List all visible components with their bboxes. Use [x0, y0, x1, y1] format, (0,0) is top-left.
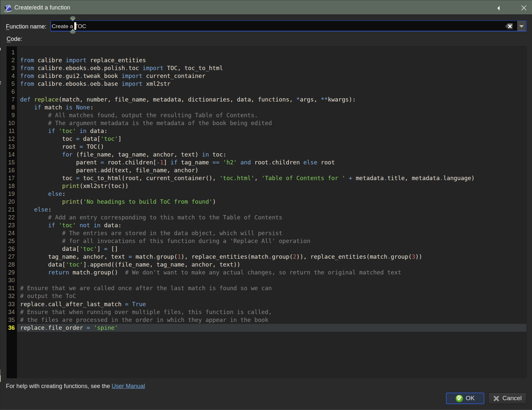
code-segment: metadata: [352, 175, 384, 181]
code-text: else:: [17, 190, 526, 198]
code-segment: data:: [100, 222, 121, 229]
line-number: 5: [7, 80, 17, 88]
code-line[interactable]: 2from calibre import replace_entities: [7, 56, 526, 64]
help-prefix: For help with creating functions, see th…: [6, 383, 112, 390]
code-line[interactable]: 30: [7, 276, 526, 284]
code-text: def replace(match, number, file_name, me…: [17, 96, 526, 103]
code-text: root = TOC(): [17, 143, 526, 151]
code-line[interactable]: 10 # The argument metadata is the metada…: [7, 119, 526, 127]
code-segment: replace: [20, 301, 45, 308]
code-lines[interactable]: 12from calibre import replace_entities3f…: [7, 48, 526, 332]
code-segment: .: [87, 81, 90, 87]
code-line[interactable]: 32# output the ToC: [7, 292, 526, 300]
code-segment: print: [62, 183, 80, 189]
code-segment: 'h2': [223, 159, 237, 166]
code-segment: =: [87, 325, 90, 331]
code-line[interactable]: 22 # Add an entry corresponding to this …: [7, 214, 526, 221]
code-segment: children: [272, 159, 303, 166]
function-name-input[interactable]: [50, 20, 527, 31]
user-manual-link[interactable]: User Manual: [112, 383, 145, 390]
code-segment: :: [62, 191, 66, 197]
line-number: 27: [7, 253, 17, 261]
code-label-text: Code:: [7, 36, 22, 43]
code-segment: [20, 214, 48, 221]
line-number: 22: [7, 214, 17, 221]
code-segment: print: [62, 198, 80, 205]
code-line[interactable]: 4from calibre.gui2.tweak_book import cur…: [7, 72, 526, 80]
code-line[interactable]: 34# Ensure that when running over multip…: [7, 308, 526, 316]
code-segment: if: [170, 159, 177, 166]
code-segment: call_after_last_match: [48, 301, 125, 308]
code-line[interactable]: 5from calibre.ebooks.oeb.base import xml…: [7, 80, 526, 88]
code-line[interactable]: 29 return match.group() # We don't want …: [7, 269, 526, 276]
close-icon[interactable]: [521, 5, 526, 10]
code-line[interactable]: 18 print(xml2str(toc)): [7, 182, 526, 190]
code-line[interactable]: 23 if 'toc' not in data:: [7, 221, 526, 229]
code-line[interactable]: 24 # The entries are stored in the data …: [7, 229, 526, 237]
code-line[interactable]: 19 else:: [7, 190, 526, 198]
code-segment: [73, 104, 76, 111]
code-line[interactable]: 20 print('No headings to build ToC from …: [7, 198, 526, 206]
code-segment: root: [104, 159, 121, 166]
back-arrow-icon[interactable]: [497, 6, 500, 10]
code-line[interactable]: 33replace.call_after_last_match = True: [7, 300, 526, 308]
cursor-gripper-top-icon[interactable]: [70, 16, 76, 21]
code-line[interactable]: 16 parent.add(text, file_name, anchor): [7, 166, 526, 174]
code-line[interactable]: 17 toc = toc_to_html(root, current_conta…: [7, 174, 526, 182]
code-line[interactable]: 28 data['toc'].append((file_name, tag_na…: [7, 261, 526, 269]
code-text: replace.call_after_last_match = True: [17, 300, 526, 308]
code-line[interactable]: 36replace.file_order = 'spine': [7, 324, 526, 332]
code-line[interactable]: 9 # All matches found, output the result…: [7, 111, 526, 119]
code-line[interactable]: 13 root = TOC(): [7, 143, 526, 151]
line-number: 1: [7, 48, 17, 56]
edge-artifact: [0, 48, 1, 50]
code-text: # The argument metadata is the metadata …: [17, 119, 526, 127]
cancel-button[interactable]: Cancel: [488, 393, 526, 404]
code-line[interactable]: 6: [7, 88, 526, 96]
line-number: 20: [7, 198, 17, 206]
code-line[interactable]: 7def replace(match, number, file_name, m…: [7, 96, 526, 103]
code-segment: match: [132, 253, 153, 260]
code-line[interactable]: 11 if 'toc' in data:: [7, 127, 526, 135]
code-line[interactable]: 26 data['toc'] = []: [7, 245, 526, 253]
code-segment: # Add an entry corresponding to this mat…: [48, 214, 282, 221]
code-segment: [20, 128, 48, 134]
code-segment: current_container: [143, 73, 205, 79]
code-segment: group(: [156, 253, 177, 260]
code-segment: [55, 222, 59, 229]
function-name-label: Function name:: [6, 21, 46, 32]
code-segment: # The entries are stored in the data obj…: [62, 230, 282, 236]
code-line[interactable]: 25 # for all invocations of this functio…: [7, 237, 526, 245]
code-segment: children[: [125, 159, 156, 166]
code-segment: data:: [87, 128, 108, 134]
code-segment: toc: [129, 65, 143, 71]
edge-artifact: [0, 369, 1, 375]
line-number: 19: [7, 190, 17, 198]
code-line[interactable]: 21 else:: [7, 206, 526, 214]
code-segment: import: [65, 57, 86, 64]
code-segment: 'toc': [80, 246, 97, 252]
code-text: tag_name, anchor, text = match.group(1),…: [17, 253, 526, 261]
code-segment: xml2str: [143, 81, 171, 87]
code-segment: # All matches found, output the resultin…: [48, 112, 258, 119]
function-name-dropdown-button[interactable]: [517, 21, 526, 31]
code-editor[interactable]: 12from calibre import replace_entities3f…: [7, 46, 527, 378]
line-number: 13: [7, 143, 17, 151]
clear-input-icon[interactable]: [505, 23, 513, 29]
code-line[interactable]: 14 for (file_name, tag_name, anchor, tex…: [7, 151, 526, 158]
code-line[interactable]: 31# Ensure that we are called once after…: [7, 284, 526, 292]
code-line[interactable]: 1: [7, 48, 526, 56]
code-segment: and: [240, 159, 251, 166]
code-line[interactable]: 35# the files are processed in the order…: [7, 316, 526, 324]
code-line[interactable]: 3from calibre.ebooks.oeb.polish.toc impo…: [7, 64, 526, 72]
code-line[interactable]: 8 if match is None:: [7, 103, 526, 111]
code-line[interactable]: 15 parent = root.children[-1] if tag_nam…: [7, 158, 526, 166]
code-line[interactable]: 12 toc = data['toc']: [7, 135, 526, 143]
titlebar[interactable]: Create/edit a function: [0, 0, 532, 15]
code-segment: tag_name: [177, 159, 212, 166]
code-line[interactable]: 27 tag_name, anchor, text = match.group(…: [7, 253, 526, 261]
code-segment: parent: [20, 159, 101, 166]
ok-button[interactable]: OK: [446, 393, 484, 404]
code-segment: # for all invocations of this function d…: [62, 238, 310, 244]
cursor-gripper-bottom-icon[interactable]: [70, 29, 76, 34]
